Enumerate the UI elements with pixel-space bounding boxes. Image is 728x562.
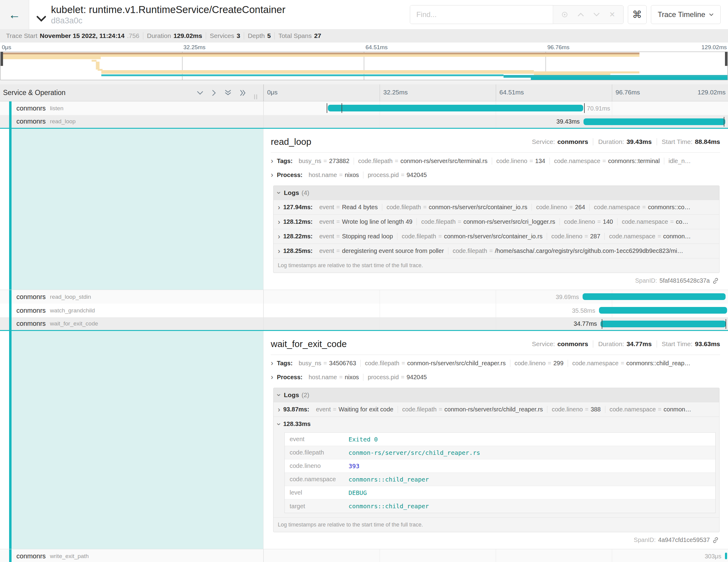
log-entry-expanded[interactable]: › 128.33ms — [274, 417, 719, 431]
divider — [271, 355, 720, 355]
expand-all-double-chevron-right-icon[interactable] — [240, 90, 246, 96]
next-result-chevron-down-icon[interactable] — [593, 12, 600, 17]
log-field: code.lineno=388 — [547, 406, 605, 413]
chevron-down-icon[interactable]: › — [275, 423, 283, 425]
span-timeline-cell[interactable]: 39.43ms — [264, 115, 728, 128]
collapse-trace-chevron-down-icon[interactable] — [36, 15, 47, 24]
process-row[interactable]: › Process: host.name=nixos process.pid=9… — [271, 168, 720, 182]
find-input[interactable] — [410, 5, 553, 24]
logs-header[interactable]: › Logs (2) — [274, 388, 719, 402]
chevron-right-icon[interactable]: › — [271, 157, 273, 165]
log-field: code.filepath=conmon-rs/server/src/conta… — [397, 233, 547, 240]
field-key: code.filepath — [285, 449, 349, 456]
link-icon[interactable] — [712, 537, 719, 543]
span-name-cell[interactable]: conmonrs read_loop — [0, 115, 264, 128]
span-name-cell[interactable]: conmonrs write_exit_path — [0, 549, 264, 562]
process-item: host.name=nixos — [304, 172, 363, 179]
chevron-right-icon[interactable]: › — [278, 204, 280, 211]
span-timeline-cell[interactable]: 39.69ms — [264, 290, 728, 304]
chevron-right-icon[interactable]: › — [278, 406, 280, 413]
log-entry[interactable]: › 128.12ms: event=Wrote log line of leng… — [274, 214, 719, 229]
start-time-label: Start Time: — [662, 138, 693, 145]
chevron-right-icon[interactable]: › — [278, 233, 280, 240]
span-name-cell[interactable]: conmonrs read_loop_stdin — [0, 290, 264, 304]
tags-row[interactable]: › Tags: busy_ns=34506763 code.filepath=c… — [271, 356, 720, 370]
span-bar[interactable] — [725, 553, 727, 559]
log-entry[interactable]: › 93.87ms: event=Waiting for exit code c… — [274, 402, 719, 417]
span-name-cell[interactable]: conmonrs listen — [0, 101, 264, 115]
chevron-right-icon[interactable]: › — [278, 247, 280, 255]
trace-id: d8a3a0c — [51, 16, 285, 26]
chevron-right-icon[interactable]: › — [271, 171, 273, 179]
logs-note: Log timestamps are relative to the start… — [274, 517, 719, 532]
locate-icon[interactable] — [561, 11, 568, 18]
expand-one-chevron-right-icon[interactable] — [212, 90, 216, 96]
prev-result-chevron-up-icon[interactable] — [577, 12, 584, 17]
log-marker-tick — [342, 103, 342, 113]
back-button[interactable]: ← — [0, 0, 29, 29]
span-detail-panel: read_loop Service: conmonrs Duration: 39… — [264, 129, 728, 290]
clear-find-icon[interactable]: ✕ — [609, 11, 615, 18]
span-timeline-cell[interactable]: 303μs — [264, 549, 728, 562]
spanid-value: 4a947cfd1ce59537 — [658, 536, 710, 543]
span-row-read-loop-stdin[interactable]: conmonrs read_loop_stdin 39.69ms — [0, 290, 728, 304]
log-entry[interactable]: › 128.25ms: event=deregistering event so… — [274, 244, 719, 258]
service-name: conmonrs — [16, 307, 46, 315]
table-row: target conmonrs::child_reaper — [285, 499, 715, 513]
column-resize-handle[interactable] — [254, 94, 257, 99]
span-row-read-loop[interactable]: conmonrs read_loop 39.43ms — [0, 115, 728, 129]
field-value: Exited 0 — [349, 436, 378, 443]
minimap-left-handle[interactable] — [1, 52, 3, 66]
collapse-all-double-chevron-down-icon[interactable] — [225, 90, 231, 96]
chevron-right-icon[interactable]: › — [271, 373, 273, 381]
minimap-right-handle[interactable] — [725, 52, 727, 66]
trace-minimap[interactable] — [0, 52, 728, 80]
log-entry[interactable]: › 128.22ms: event=Stopping read loop cod… — [274, 229, 719, 244]
service-color-bar — [9, 549, 12, 562]
span-name-cell[interactable]: conmonrs wait_for_exit_code — [0, 317, 264, 330]
chevron-down-icon[interactable]: › — [275, 192, 283, 194]
span-timeline-cell[interactable]: 35.58ms — [264, 304, 728, 317]
span-row-listen[interactable]: conmonrs listen 70.91ms — [0, 101, 728, 115]
service-color-bar — [9, 304, 12, 317]
log-field: event=Stopping read loop — [315, 233, 397, 240]
detail-teal-fill — [12, 129, 263, 290]
log-field: code.namespace=conmon… — [605, 406, 696, 413]
logs-header[interactable]: › Logs (4) — [274, 186, 719, 200]
field-value: conmonrs::child_reaper — [349, 502, 429, 510]
span-bar[interactable] — [599, 307, 727, 314]
span-name-cell[interactable]: conmonrs watch_grandchild — [0, 304, 264, 317]
service-color-bar — [9, 317, 12, 330]
total-spans-value: 27 — [314, 32, 321, 39]
link-icon[interactable] — [712, 278, 719, 284]
chevron-down-icon[interactable]: › — [275, 394, 283, 396]
span-row-write-exit-path[interactable]: conmonrs write_exit_path 303μs — [0, 549, 728, 562]
span-row-watch-grandchild[interactable]: conmonrs watch_grandchild 35.58ms — [0, 304, 728, 317]
span-bar[interactable] — [600, 321, 726, 327]
tags-row[interactable]: › Tags: busy_ns=273882 code.filepath=con… — [271, 154, 720, 168]
log-timestamp: 128.12ms: — [283, 218, 313, 225]
duration-value: 39.43ms — [627, 138, 652, 145]
process-label: Process: — [277, 172, 303, 179]
chevron-right-icon[interactable]: › — [271, 359, 273, 367]
app-header: ← kubelet: runtime.v1.RuntimeService/Cre… — [0, 0, 728, 29]
collapse-one-chevron-down-icon[interactable] — [197, 91, 203, 95]
span-timeline-cell[interactable]: 70.91ms — [264, 101, 728, 115]
span-timeline-cell[interactable]: 34.77ms — [264, 317, 728, 330]
log-marker-tick — [726, 319, 726, 329]
span-bar[interactable] — [583, 118, 726, 125]
view-selector-button[interactable]: Trace Timeline — [651, 5, 721, 24]
table-row: code.filepath conmon-rs/server/src/child… — [285, 446, 715, 459]
keyboard-shortcuts-button[interactable]: ⌘ — [628, 5, 647, 24]
span-detail-row-wait-for-exit-code: wait_for_exit_code Service: conmonrs Dur… — [0, 331, 728, 549]
back-arrow-icon: ← — [9, 9, 21, 21]
span-row-wait-for-exit-code[interactable]: conmonrs wait_for_exit_code 34.77ms — [0, 317, 728, 331]
span-bar[interactable] — [583, 293, 726, 300]
log-entry[interactable]: › 127.94ms: event=Read 4 bytes code.file… — [274, 200, 719, 214]
operation-name: read_loop — [50, 118, 76, 125]
log-field: code.lineno=287 — [547, 233, 604, 240]
chevron-right-icon[interactable]: › — [278, 218, 280, 226]
span-bar[interactable] — [328, 105, 583, 111]
timeline-ruler: 0μs 32.25ms 64.51ms 96.76ms 129.02ms — [264, 84, 728, 101]
process-row[interactable]: › Process: host.name=nixos process.pid=9… — [271, 370, 720, 384]
